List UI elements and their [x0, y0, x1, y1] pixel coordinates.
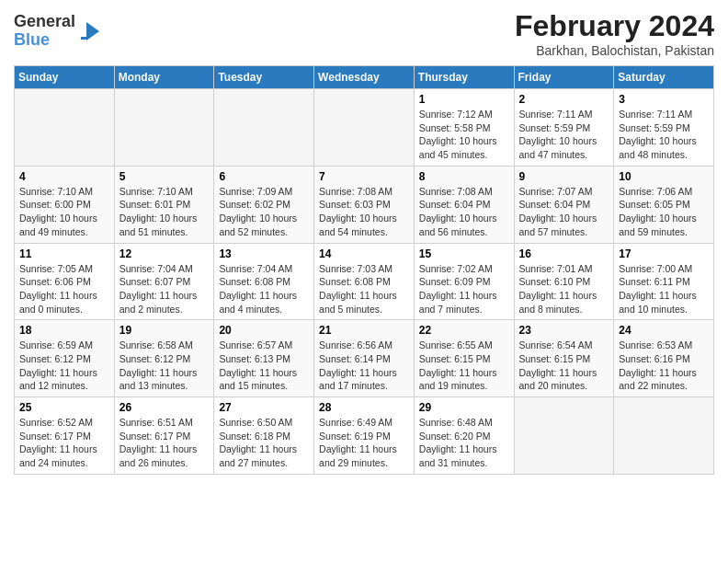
day-number: 11 [19, 247, 109, 260]
day-number: 29 [419, 401, 509, 414]
day-info: Sunrise: 6:57 AM Sunset: 6:13 PM Dayligh… [219, 339, 309, 393]
day-number: 6 [219, 170, 309, 183]
calendar-body: 1Sunrise: 7:12 AM Sunset: 5:58 PM Daylig… [15, 89, 714, 475]
day-info: Sunrise: 7:08 AM Sunset: 6:04 PM Dayligh… [419, 185, 509, 239]
day-number: 28 [319, 401, 409, 414]
day-info: Sunrise: 6:52 AM Sunset: 6:17 PM Dayligh… [19, 416, 109, 470]
day-number: 13 [219, 247, 309, 260]
day-info: Sunrise: 6:50 AM Sunset: 6:18 PM Dayligh… [219, 416, 309, 470]
day-info: Sunrise: 7:10 AM Sunset: 6:01 PM Dayligh… [119, 185, 210, 239]
day-number: 7 [319, 170, 409, 183]
calendar-cell: 11Sunrise: 7:05 AM Sunset: 6:06 PM Dayli… [15, 243, 115, 320]
day-info: Sunrise: 7:11 AM Sunset: 5:59 PM Dayligh… [519, 108, 609, 162]
day-number: 3 [619, 93, 709, 106]
day-number: 23 [519, 324, 609, 337]
calendar-cell [114, 89, 214, 167]
calendar-week-2: 11Sunrise: 7:05 AM Sunset: 6:06 PM Dayli… [15, 243, 714, 320]
day-info: Sunrise: 6:58 AM Sunset: 6:12 PM Dayligh… [119, 339, 210, 393]
day-info: Sunrise: 6:49 AM Sunset: 6:19 PM Dayligh… [319, 416, 409, 470]
day-number: 27 [219, 401, 309, 414]
day-info: Sunrise: 7:00 AM Sunset: 6:11 PM Dayligh… [619, 262, 709, 316]
day-info: Sunrise: 6:55 AM Sunset: 6:15 PM Dayligh… [419, 339, 509, 393]
day-number: 16 [519, 247, 609, 260]
day-info: Sunrise: 7:12 AM Sunset: 5:58 PM Dayligh… [419, 108, 509, 162]
calendar-cell [214, 89, 314, 167]
day-info: Sunrise: 7:04 AM Sunset: 6:08 PM Dayligh… [219, 262, 309, 316]
weekday-header-wednesday: Wednesday [314, 66, 415, 89]
calendar-week-3: 18Sunrise: 6:59 AM Sunset: 6:12 PM Dayli… [15, 320, 714, 397]
calendar-cell: 16Sunrise: 7:01 AM Sunset: 6:10 PM Dayli… [514, 243, 614, 320]
calendar-cell: 20Sunrise: 6:57 AM Sunset: 6:13 PM Dayli… [214, 320, 314, 397]
calendar-header: SundayMondayTuesdayWednesdayThursdayFrid… [15, 66, 714, 89]
day-info: Sunrise: 6:56 AM Sunset: 6:14 PM Dayligh… [319, 339, 409, 393]
svg-rect-1 [81, 37, 88, 40]
calendar-cell [514, 397, 614, 475]
day-number: 26 [119, 401, 210, 414]
day-number: 10 [619, 170, 709, 183]
calendar-cell: 13Sunrise: 7:04 AM Sunset: 6:08 PM Dayli… [214, 243, 314, 320]
calendar-cell: 8Sunrise: 7:08 AM Sunset: 6:04 PM Daylig… [414, 166, 514, 243]
calendar-cell: 10Sunrise: 7:06 AM Sunset: 6:05 PM Dayli… [614, 166, 714, 243]
calendar-cell: 27Sunrise: 6:50 AM Sunset: 6:18 PM Dayli… [214, 397, 314, 475]
calendar-cell [15, 89, 115, 167]
weekday-header-tuesday: Tuesday [214, 66, 314, 89]
weekday-header-friday: Friday [514, 66, 614, 89]
calendar-cell: 25Sunrise: 6:52 AM Sunset: 6:17 PM Dayli… [15, 397, 115, 475]
calendar-cell: 4Sunrise: 7:10 AM Sunset: 6:00 PM Daylig… [15, 166, 115, 243]
calendar-cell: 19Sunrise: 6:58 AM Sunset: 6:12 PM Dayli… [114, 320, 214, 397]
calendar-cell: 6Sunrise: 7:09 AM Sunset: 6:02 PM Daylig… [214, 166, 314, 243]
day-number: 22 [419, 324, 509, 337]
day-number: 17 [619, 247, 709, 260]
day-number: 24 [619, 324, 709, 337]
calendar-cell: 2Sunrise: 7:11 AM Sunset: 5:59 PM Daylig… [514, 89, 614, 167]
weekday-header-sunday: Sunday [15, 66, 115, 89]
calendar-week-1: 4Sunrise: 7:10 AM Sunset: 6:00 PM Daylig… [15, 166, 714, 243]
calendar-cell: 17Sunrise: 7:00 AM Sunset: 6:11 PM Dayli… [614, 243, 714, 320]
day-number: 8 [419, 170, 509, 183]
logo-icon [77, 18, 103, 44]
calendar-cell: 15Sunrise: 7:02 AM Sunset: 6:09 PM Dayli… [414, 243, 514, 320]
day-info: Sunrise: 6:54 AM Sunset: 6:15 PM Dayligh… [519, 339, 609, 393]
day-number: 19 [119, 324, 210, 337]
calendar-week-0: 1Sunrise: 7:12 AM Sunset: 5:58 PM Daylig… [15, 89, 714, 167]
day-info: Sunrise: 7:03 AM Sunset: 6:08 PM Dayligh… [319, 262, 409, 316]
calendar-cell: 21Sunrise: 6:56 AM Sunset: 6:14 PM Dayli… [314, 320, 415, 397]
day-info: Sunrise: 7:06 AM Sunset: 6:05 PM Dayligh… [619, 185, 709, 239]
calendar-cell: 9Sunrise: 7:07 AM Sunset: 6:04 PM Daylig… [514, 166, 614, 243]
logo: GeneralBlue [14, 13, 103, 50]
day-info: Sunrise: 7:11 AM Sunset: 5:59 PM Dayligh… [619, 108, 709, 162]
logo-text: GeneralBlue [14, 13, 75, 50]
day-info: Sunrise: 6:59 AM Sunset: 6:12 PM Dayligh… [19, 339, 109, 393]
day-info: Sunrise: 6:48 AM Sunset: 6:20 PM Dayligh… [419, 416, 509, 470]
calendar-cell: 22Sunrise: 6:55 AM Sunset: 6:15 PM Dayli… [414, 320, 514, 397]
day-info: Sunrise: 7:02 AM Sunset: 6:09 PM Dayligh… [419, 262, 509, 316]
day-number: 4 [19, 170, 109, 183]
day-info: Sunrise: 7:05 AM Sunset: 6:06 PM Dayligh… [19, 262, 109, 316]
day-info: Sunrise: 7:08 AM Sunset: 6:03 PM Dayligh… [319, 185, 409, 239]
calendar-cell: 29Sunrise: 6:48 AM Sunset: 6:20 PM Dayli… [414, 397, 514, 475]
day-info: Sunrise: 6:53 AM Sunset: 6:16 PM Dayligh… [619, 339, 709, 393]
day-info: Sunrise: 7:04 AM Sunset: 6:07 PM Dayligh… [119, 262, 210, 316]
calendar-cell: 18Sunrise: 6:59 AM Sunset: 6:12 PM Dayli… [15, 320, 115, 397]
day-info: Sunrise: 7:10 AM Sunset: 6:00 PM Dayligh… [19, 185, 109, 239]
calendar-cell [314, 89, 415, 167]
page-title: February 2024 [515, 9, 714, 43]
calendar-cell: 12Sunrise: 7:04 AM Sunset: 6:07 PM Dayli… [114, 243, 214, 320]
weekday-header-row: SundayMondayTuesdayWednesdayThursdayFrid… [15, 66, 714, 89]
day-number: 5 [119, 170, 210, 183]
day-number: 12 [119, 247, 210, 260]
day-info: Sunrise: 6:51 AM Sunset: 6:17 PM Dayligh… [119, 416, 210, 470]
day-number: 21 [319, 324, 409, 337]
day-number: 2 [519, 93, 609, 106]
page-subtitle: Barkhan, Balochistan, Pakistan [515, 43, 714, 58]
calendar-cell: 23Sunrise: 6:54 AM Sunset: 6:15 PM Dayli… [514, 320, 614, 397]
calendar-cell: 5Sunrise: 7:10 AM Sunset: 6:01 PM Daylig… [114, 166, 214, 243]
day-number: 14 [319, 247, 409, 260]
weekday-header-monday: Monday [114, 66, 214, 89]
calendar-week-4: 25Sunrise: 6:52 AM Sunset: 6:17 PM Dayli… [15, 397, 714, 475]
weekday-header-thursday: Thursday [414, 66, 514, 89]
calendar-cell: 3Sunrise: 7:11 AM Sunset: 5:59 PM Daylig… [614, 89, 714, 167]
weekday-header-saturday: Saturday [614, 66, 714, 89]
title-block: February 2024 Barkhan, Balochistan, Paki… [515, 9, 714, 58]
day-number: 15 [419, 247, 509, 260]
